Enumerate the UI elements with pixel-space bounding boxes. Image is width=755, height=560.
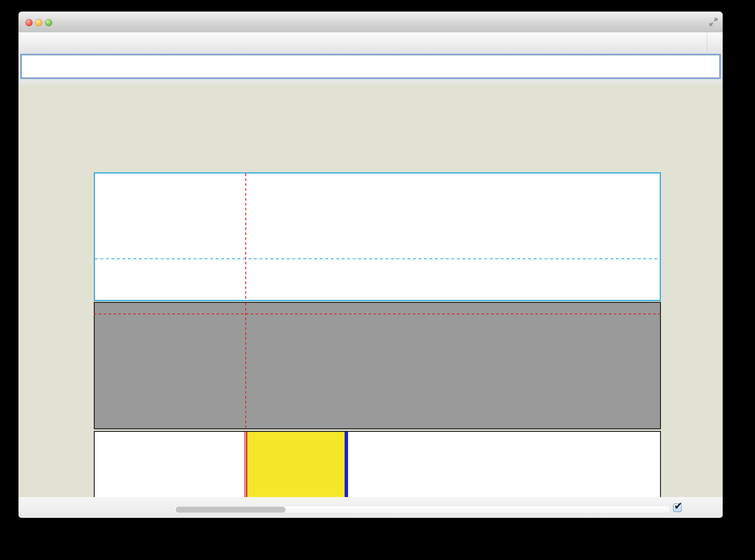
waveform-zero-line xyxy=(95,258,660,259)
spectrogram-canvas[interactable] xyxy=(95,303,659,428)
bottom-chrome: ✔ xyxy=(19,497,723,518)
waveform-canvas[interactable] xyxy=(95,174,660,300)
interval-text-input[interactable] xyxy=(20,54,721,79)
cursor-line-spectrogram xyxy=(245,303,246,428)
editor-content xyxy=(19,84,723,497)
menu-bar xyxy=(19,32,723,53)
time-scrollbar-track[interactable] xyxy=(173,506,670,514)
spectrogram-panel[interactable] xyxy=(94,302,661,429)
menu-item-help[interactable] xyxy=(707,32,723,53)
checkmark-icon: ✔ xyxy=(674,500,682,512)
frequency-cursor-line xyxy=(94,314,661,314)
window-title xyxy=(19,12,723,32)
cursor-line-waveform xyxy=(245,174,246,300)
waveform-panel[interactable] xyxy=(94,172,661,301)
time-scrollbar-thumb[interactable] xyxy=(176,506,285,513)
interval-text-row xyxy=(19,53,723,84)
screen: ✔ xyxy=(0,0,755,560)
group-control[interactable]: ✔ xyxy=(673,502,685,513)
title-bar[interactable] xyxy=(19,12,723,33)
resize-icon[interactable] xyxy=(709,17,718,26)
group-checkbox[interactable]: ✔ xyxy=(673,503,682,512)
praat-textgrid-window: ✔ xyxy=(19,12,723,518)
